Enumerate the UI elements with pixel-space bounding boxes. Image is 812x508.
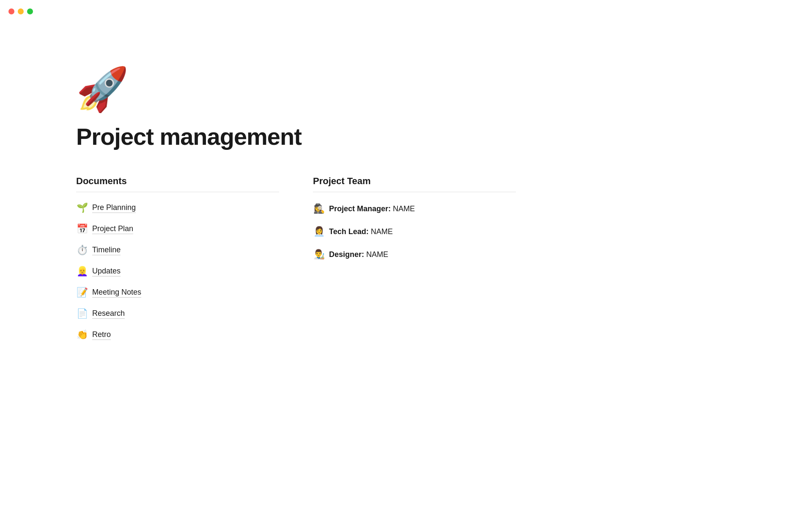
team-member-name: NAME	[371, 227, 393, 236]
close-button[interactable]	[8, 8, 14, 14]
team-member-text: Project Manager: NAME	[329, 204, 415, 213]
team-list-item: 👨‍🎨Designer: NAME	[313, 243, 516, 266]
doc-link[interactable]: Research	[92, 309, 125, 319]
page-icon: 🚀	[76, 68, 516, 110]
doc-list-item[interactable]: ⏱️Timeline	[76, 240, 279, 261]
minimize-button[interactable]	[18, 8, 24, 14]
doc-list-item[interactable]: 🌱Pre Planning	[76, 197, 279, 218]
doc-list-item[interactable]: 📅Project Plan	[76, 218, 279, 240]
doc-list-item[interactable]: 👱‍♀️Updates	[76, 261, 279, 282]
main-content: 🚀 Project management Documents 🌱Pre Plan…	[0, 0, 592, 388]
maximize-button[interactable]	[27, 8, 33, 14]
doc-emoji: 📅	[76, 224, 88, 235]
team-member-emoji: 👨‍🎨	[313, 249, 325, 260]
doc-link[interactable]: Retro	[92, 330, 111, 340]
page-title: Project management	[76, 123, 516, 150]
team-section-title: Project Team	[313, 176, 516, 192]
doc-list-item[interactable]: 📝Meeting Notes	[76, 282, 279, 303]
doc-emoji: 👏	[76, 329, 88, 340]
doc-emoji: 👱‍♀️	[76, 266, 88, 277]
team-list-item: 👩‍💼Tech Lead: NAME	[313, 220, 516, 243]
traffic-lights	[8, 8, 33, 14]
doc-emoji: 🌱	[76, 202, 88, 213]
documents-column: Documents 🌱Pre Planning📅Project Plan⏱️Ti…	[76, 176, 279, 345]
team-member-text: Tech Lead: NAME	[329, 227, 393, 236]
doc-link[interactable]: Pre Planning	[92, 203, 136, 213]
team-member-emoji: 👩‍💼	[313, 226, 325, 237]
team-member-role: Designer:	[329, 250, 366, 259]
team-member-name: NAME	[393, 204, 415, 213]
doc-emoji: 📝	[76, 287, 88, 298]
doc-link[interactable]: Timeline	[92, 246, 121, 255]
doc-list-item[interactable]: 👏Retro	[76, 324, 279, 345]
team-member-emoji: 🕵️‍♀️	[313, 203, 325, 214]
team-member-role: Tech Lead:	[329, 227, 371, 236]
documents-list: 🌱Pre Planning📅Project Plan⏱️Timeline👱‍♀️…	[76, 197, 279, 345]
team-list: 🕵️‍♀️Project Manager: NAME👩‍💼Tech Lead: …	[313, 197, 516, 266]
doc-link[interactable]: Meeting Notes	[92, 288, 141, 298]
team-member-name: NAME	[366, 250, 388, 259]
doc-emoji: ⏱️	[76, 245, 88, 256]
doc-link[interactable]: Project Plan	[92, 224, 133, 234]
documents-section-title: Documents	[76, 176, 279, 192]
doc-list-item[interactable]: 📄Research	[76, 303, 279, 324]
doc-link[interactable]: Updates	[92, 267, 121, 276]
columns-container: Documents 🌱Pre Planning📅Project Plan⏱️Ti…	[76, 176, 516, 345]
team-member-text: Designer: NAME	[329, 250, 388, 259]
team-list-item: 🕵️‍♀️Project Manager: NAME	[313, 197, 516, 220]
team-column: Project Team 🕵️‍♀️Project Manager: NAME👩…	[313, 176, 516, 266]
team-member-role: Project Manager:	[329, 204, 393, 213]
doc-emoji: 📄	[76, 308, 88, 319]
